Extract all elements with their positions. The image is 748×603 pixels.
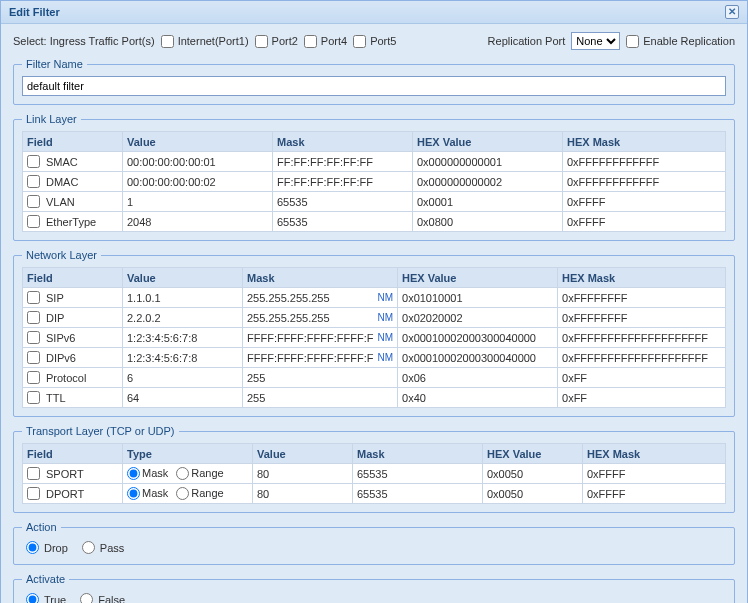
nm-link[interactable]: NM	[373, 312, 393, 323]
table-row: VLAN1655350x00010xFFFF	[23, 192, 726, 212]
type-mask-radio[interactable]	[127, 467, 140, 480]
hexmask-cell: 0xFFFF	[583, 484, 726, 504]
col-field: Field	[23, 444, 123, 464]
activate-fieldset: Activate True False	[13, 573, 735, 603]
value-cell[interactable]: 1	[123, 192, 273, 212]
field-label: SPORT	[46, 468, 84, 480]
value-cell[interactable]: 2.2.0.2	[123, 308, 243, 328]
enable-replication[interactable]: Enable Replication	[626, 35, 735, 48]
link-layer-legend: Link Layer	[22, 113, 81, 125]
ingress-port-2-checkbox[interactable]	[255, 35, 268, 48]
link-layer-table: Field Value Mask HEX Value HEX Mask SMAC…	[22, 131, 726, 232]
table-row: SIP1.1.0.1255.255.255.255NM0x010100010xF…	[23, 288, 726, 308]
enable-replication-checkbox[interactable]	[626, 35, 639, 48]
value-cell[interactable]: 80	[253, 464, 353, 484]
field-label: DIPv6	[46, 352, 76, 364]
hexvalue-cell: 0x00010002000300040000	[398, 348, 558, 368]
ingress-port-internet[interactable]: Internet(Port1)	[161, 35, 249, 48]
mask-cell[interactable]: 65535	[273, 192, 413, 212]
table-row: TTL642550x400xFF	[23, 388, 726, 408]
type-range-radio[interactable]	[176, 487, 189, 500]
hexvalue-cell: 0x0001	[413, 192, 563, 212]
activate-false[interactable]: False	[80, 593, 125, 603]
mask-cell[interactable]: 255.255.255.255NM	[243, 288, 398, 308]
nm-link[interactable]: NM	[373, 332, 393, 343]
network-layer-table: Field Value Mask HEX Value HEX Mask SIP1…	[22, 267, 726, 408]
ingress-port-4[interactable]: Port4	[304, 35, 347, 48]
field-label: DMAC	[46, 176, 78, 188]
value-cell[interactable]: 00:00:00:00:00:01	[123, 152, 273, 172]
value-cell[interactable]: 64	[123, 388, 243, 408]
row-checkbox[interactable]	[27, 291, 40, 304]
mask-cell[interactable]: 255	[243, 368, 398, 388]
hexmask-cell: 0xFFFF	[583, 464, 726, 484]
mask-cell[interactable]: 255.255.255.255NM	[243, 308, 398, 328]
value-cell[interactable]: 80	[253, 484, 353, 504]
action-drop-radio[interactable]	[26, 541, 39, 554]
value-cell[interactable]: 2048	[123, 212, 273, 232]
col-field: Field	[23, 268, 123, 288]
row-checkbox[interactable]	[27, 195, 40, 208]
col-hexmask: HEX Mask	[563, 132, 726, 152]
row-checkbox[interactable]	[27, 175, 40, 188]
field-label: TTL	[46, 392, 66, 404]
mask-cell[interactable]: FFFF:FFFF:FFFF:FFFF:FNM	[243, 328, 398, 348]
col-hexmask: HEX Mask	[558, 268, 726, 288]
row-checkbox[interactable]	[27, 487, 40, 500]
value-cell[interactable]: 1:2:3:4:5:6:7:8	[123, 328, 243, 348]
nm-link[interactable]: NM	[373, 352, 393, 363]
type-mask-radio[interactable]	[127, 487, 140, 500]
row-checkbox[interactable]	[27, 331, 40, 344]
type-mask[interactable]: Mask	[127, 467, 168, 481]
replication-port-select[interactable]: None	[571, 32, 620, 50]
action-drop[interactable]: Drop	[26, 541, 68, 554]
mask-cell[interactable]: 255	[243, 388, 398, 408]
col-type: Type	[123, 444, 253, 464]
mask-cell[interactable]: FF:FF:FF:FF:FF:FF	[273, 172, 413, 192]
value-cell[interactable]: 00:00:00:00:00:02	[123, 172, 273, 192]
ingress-port-5[interactable]: Port5	[353, 35, 396, 48]
mask-cell[interactable]: FFFF:FFFF:FFFF:FFFF:FNM	[243, 348, 398, 368]
table-row: SMAC00:00:00:00:00:01FF:FF:FF:FF:FF:FF0x…	[23, 152, 726, 172]
table-row: DMAC00:00:00:00:00:02FF:FF:FF:FF:FF:FF0x…	[23, 172, 726, 192]
action-pass-radio[interactable]	[82, 541, 95, 554]
type-mask[interactable]: Mask	[127, 487, 168, 501]
mask-cell[interactable]: 65535	[353, 464, 483, 484]
row-checkbox[interactable]	[27, 391, 40, 404]
value-cell[interactable]: 1.1.0.1	[123, 288, 243, 308]
row-checkbox[interactable]	[27, 351, 40, 364]
action-pass[interactable]: Pass	[82, 541, 124, 554]
filter-name-input[interactable]	[22, 76, 726, 96]
close-icon[interactable]: ✕	[725, 5, 739, 19]
type-range[interactable]: Range	[176, 467, 223, 481]
nm-link[interactable]: NM	[373, 292, 393, 303]
activate-true-radio[interactable]	[26, 593, 39, 603]
mask-cell[interactable]: 65535	[273, 212, 413, 232]
row-checkbox[interactable]	[27, 215, 40, 228]
activate-false-radio[interactable]	[80, 593, 93, 603]
ingress-port-2[interactable]: Port2	[255, 35, 298, 48]
value-cell[interactable]: 6	[123, 368, 243, 388]
hexmask-cell: 0xFFFFFFFFFFFF	[563, 172, 726, 192]
type-range-radio[interactable]	[176, 467, 189, 480]
field-label: Protocol	[46, 372, 86, 384]
type-range[interactable]: Range	[176, 487, 223, 501]
col-hexvalue: HEX Value	[483, 444, 583, 464]
ingress-port-4-checkbox[interactable]	[304, 35, 317, 48]
field-label: SIPv6	[46, 332, 75, 344]
activate-true[interactable]: True	[26, 593, 66, 603]
table-row: SIPv61:2:3:4:5:6:7:8FFFF:FFFF:FFFF:FFFF:…	[23, 328, 726, 348]
hexvalue-cell: 0x06	[398, 368, 558, 388]
action-fieldset: Action Drop Pass	[13, 521, 735, 565]
row-checkbox[interactable]	[27, 371, 40, 384]
row-checkbox[interactable]	[27, 311, 40, 324]
hexmask-cell: 0xFF	[558, 388, 726, 408]
transport-layer-fieldset: Transport Layer (TCP or UDP) Field Type …	[13, 425, 735, 513]
mask-cell[interactable]: 65535	[353, 484, 483, 504]
value-cell[interactable]: 1:2:3:4:5:6:7:8	[123, 348, 243, 368]
mask-cell[interactable]: FF:FF:FF:FF:FF:FF	[273, 152, 413, 172]
ingress-port-internet-checkbox[interactable]	[161, 35, 174, 48]
row-checkbox[interactable]	[27, 467, 40, 480]
ingress-port-5-checkbox[interactable]	[353, 35, 366, 48]
row-checkbox[interactable]	[27, 155, 40, 168]
